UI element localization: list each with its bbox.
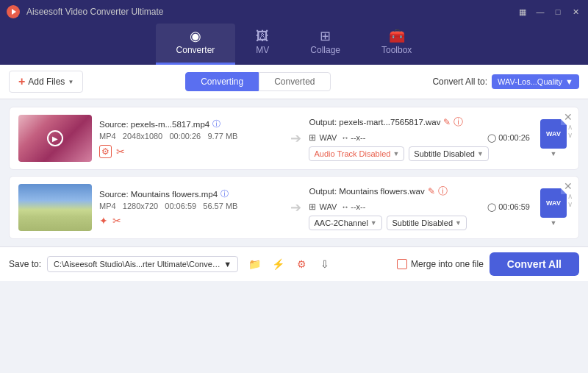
tab-collage[interactable]: ⊞ Collage (290, 24, 361, 65)
edit-icon-2[interactable]: ✎ (428, 186, 435, 196)
chevrons-right-1: ∧ ∨ (567, 124, 573, 139)
mv-icon: 🖼 (256, 29, 269, 43)
lightning-icon-btn[interactable]: ⚡ (268, 254, 288, 274)
minimize-btn[interactable]: — (534, 5, 547, 18)
add-files-button[interactable]: + Add Files ▼ (9, 71, 83, 93)
output-section-2: Output: Mountains flowers.wav ✎ ⓘ ⊞ WAV … (309, 185, 530, 230)
cut-icon-2[interactable]: ✂ (112, 215, 121, 227)
file-source-1: Source: pexels-m...5817.mp4 ⓘ (99, 118, 283, 129)
titlebar-title: Aiseesoft Video Converter Ultimate (26, 7, 516, 17)
subtitle-arrow-2: ▼ (455, 219, 462, 227)
subtitle-select-1[interactable]: Subtitle Disabled ▼ (409, 146, 488, 161)
format-badge-1: ⊞ WAV (309, 132, 337, 143)
audio-track-arrow-1: ▼ (392, 150, 399, 157)
info-output-2[interactable]: ⓘ (438, 185, 448, 198)
dropdown-row-1: Audio Track Disabled ▼ Subtitle Disabled… (309, 146, 530, 161)
cut-icon-1[interactable]: ✂ (116, 146, 125, 157)
path-arrow: ▼ (223, 260, 232, 269)
output-section-1: Output: pexels-mart...7565817.wav ✎ ⓘ ⊞ … (309, 116, 530, 161)
chevrons-right-2: ∧ ∨ (567, 193, 573, 208)
arrow-separator-2: ➔ (290, 199, 301, 216)
arrow-separator-1: ➔ (290, 130, 301, 146)
global-format-select[interactable]: WAV-Los...Quality ▼ (492, 74, 579, 89)
toolbox-icon: 🧰 (389, 29, 405, 43)
titlebar: Aiseesoft Video Converter Ultimate ▦ — □… (0, 0, 588, 24)
output-name-1: Output: pexels-mart...7565817.wav ✎ ⓘ (309, 116, 530, 129)
status-tabs: Converting Converted (89, 72, 426, 91)
save-to-label: Save to: (9, 259, 41, 269)
duration-2: ◯ 00:06:59 (487, 202, 530, 212)
tab-mv[interactable]: 🖼 MV (235, 24, 290, 65)
collage-icon: ⊞ (320, 29, 331, 43)
save-path-select[interactable]: C:\Aiseesoft Studio\Ais...rter Ultimate\… (47, 256, 238, 272)
file-card-2: Source: Mountains flowers.mp4 ⓘ MP4 1280… (9, 176, 579, 239)
subtitle-arrow-1: ▼ (477, 150, 484, 157)
edit-icon-1[interactable]: ✎ (443, 117, 451, 127)
add-files-arrow: ▼ (68, 79, 74, 85)
window-controls: ▦ — □ ✕ (516, 5, 582, 18)
wav-dropdown-2[interactable]: ▼ (551, 219, 557, 227)
file-actions-1: ⚙ ✂ (99, 145, 283, 158)
wav-dropdown-1[interactable]: ▼ (551, 150, 557, 157)
settings-icon-1[interactable]: ⚙ (99, 145, 112, 158)
tab-converting[interactable]: Converting (185, 72, 259, 91)
output-name-2: Output: Mountains flowers.wav ✎ ⓘ (309, 185, 530, 198)
grid-icon-1: ⊞ (309, 132, 316, 143)
wav-icon-2[interactable]: WAV (540, 188, 567, 218)
info-icon-2[interactable]: ⓘ (220, 188, 229, 199)
audio-track-select-1[interactable]: Audio Track Disabled ▼ (309, 146, 404, 161)
nav-tabs: ◉ Converter 🖼 MV ⊞ Collage 🧰 Toolbox (0, 24, 588, 65)
file-icon-right-2: WAV ▼ (537, 188, 570, 227)
file-actions-2: ✦ ✂ (99, 215, 283, 227)
convert-all-button[interactable]: Convert All (490, 252, 579, 276)
toolbar: + Add Files ▼ Converting Converted Conve… (0, 65, 588, 99)
audio-track-arrow-2: ▼ (370, 219, 377, 227)
merge-checkbox: Merge into one file (397, 259, 484, 269)
play-button-1[interactable]: ▶ (47, 130, 63, 146)
settings-status-btn[interactable]: ⚙ (291, 254, 312, 274)
size-ctrl-1: ↔ --x-- (341, 133, 365, 142)
folder-icon-btn[interactable]: 📁 (244, 254, 265, 274)
size-ctrl-2: ↔ --x-- (341, 202, 365, 211)
file-meta-1: MP4 2048x1080 00:00:26 9.77 MB (99, 132, 283, 141)
tab-converter[interactable]: ◉ Converter (156, 24, 236, 65)
main-content: ▶ Source: pexels-m...5817.mp4 ⓘ MP4 2048… (0, 99, 588, 246)
file-info-2: Source: Mountains flowers.mp4 ⓘ MP4 1280… (99, 188, 283, 227)
format-badge-2: ⊞ WAV (309, 202, 337, 212)
output-controls-2: ⊞ WAV ↔ --x-- ◯ 00:06:59 (309, 202, 530, 212)
plus-icon: + (18, 75, 25, 88)
info-icon-1[interactable]: ⓘ (212, 118, 220, 129)
dropdown-row-2: AAC-2Channel ▼ Subtitle Disabled ▼ (309, 216, 530, 230)
file-card-1: ▶ Source: pexels-m...5817.mp4 ⓘ MP4 2048… (9, 107, 579, 170)
output-controls-1: ⊞ WAV ↔ --x-- ◯ 00:00:26 (309, 132, 530, 143)
arrow-down-icon-btn[interactable]: ⇩ (315, 254, 335, 274)
file-meta-2: MP4 1280x720 00:06:59 56.57 MB (99, 202, 283, 210)
wav-icon-1[interactable]: WAV (540, 119, 567, 149)
maximize-btn[interactable]: □ (551, 5, 564, 18)
audio-track-select-2[interactable]: AAC-2Channel ▼ (309, 216, 382, 230)
duration-1: ◯ 00:00:26 (487, 133, 530, 143)
converter-icon: ◉ (190, 29, 201, 43)
statusbar-icons: 📁 ⚡ ⚙ ⇩ (244, 254, 335, 274)
statusbar: Save to: C:\Aiseesoft Studio\Ais...rter … (0, 246, 588, 281)
close-card-1[interactable]: ✕ (564, 112, 573, 122)
info-output-1[interactable]: ⓘ (453, 116, 463, 129)
file-source-2: Source: Mountains flowers.mp4 ⓘ (99, 188, 283, 199)
tab-toolbox[interactable]: 🧰 Toolbox (361, 24, 432, 65)
convert-all-to: Convert All to: WAV-Los...Quality ▼ (432, 74, 579, 89)
app-logo (6, 4, 21, 19)
subtitle-select-2[interactable]: Subtitle Disabled ▼ (387, 216, 466, 230)
close-card-2[interactable]: ✕ (564, 181, 573, 191)
tab-converted[interactable]: Converted (259, 72, 330, 91)
file-info-1: Source: pexels-m...5817.mp4 ⓘ MP4 2048x1… (99, 118, 283, 158)
thumbnail-1: ▶ (18, 115, 92, 162)
file-icon-right-1: WAV ▼ (537, 119, 570, 157)
star-icon-2[interactable]: ✦ (99, 215, 108, 227)
merge-checkbox-input[interactable] (397, 259, 407, 269)
close-btn[interactable]: ✕ (569, 5, 582, 18)
thumbnail-2 (18, 184, 92, 231)
grid-icon-2: ⊞ (309, 202, 316, 212)
message-icon-btn[interactable]: ▦ (516, 5, 529, 18)
